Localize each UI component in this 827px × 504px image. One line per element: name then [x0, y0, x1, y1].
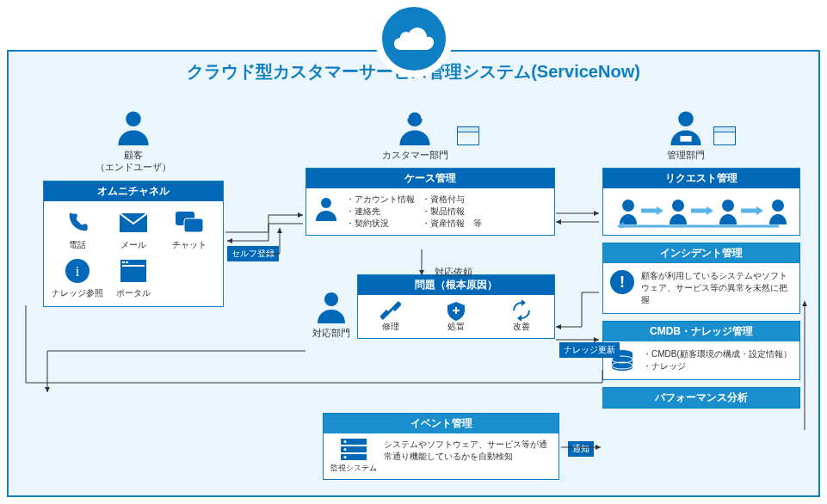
server-icon — [341, 439, 367, 461]
svg-point-0 — [126, 111, 141, 126]
svg-point-13 — [678, 111, 694, 126]
channel-mail: メール — [105, 210, 161, 251]
channel-phone: 電話 — [49, 210, 105, 251]
case-col1: ・アカウント情報・連絡先・契約状況 — [346, 194, 415, 230]
channel-label: ナレッジ参照 — [52, 287, 103, 299]
mail-icon — [118, 210, 149, 236]
alert-icon: ! — [610, 270, 634, 294]
incident-mgmt-box: インシデント管理 ! 顧客が利用しているシステムやソフトウェア、サービス等の異常… — [602, 243, 800, 314]
channel-knowledge: i ナレッジ参照 — [49, 258, 105, 299]
svg-rect-14 — [680, 136, 691, 142]
svg-point-15 — [622, 200, 634, 212]
notify-tag: 通知 — [568, 441, 594, 457]
plus-shield-icon — [446, 300, 466, 321]
customer-label: 顧客 （エンドユーザ） — [96, 149, 171, 174]
cust-dept-label: カスタマー部門 — [382, 149, 448, 161]
refresh-icon — [511, 300, 532, 321]
incident-header: インシデント管理 — [603, 243, 799, 263]
channel-chat: チャット — [162, 210, 218, 251]
svg-rect-8 — [122, 261, 125, 263]
admin-icon — [667, 108, 705, 145]
monitor-label: 監視システム — [330, 463, 377, 474]
person-small-icon — [313, 194, 339, 223]
cmdb-lines: ・CMDB(顧客環境の構成・設定情報）・ナレッジ — [643, 348, 792, 372]
cloud-icon — [375, 0, 453, 77]
svg-point-17 — [722, 200, 734, 212]
request-mgmt-box: リクエスト管理 — [602, 168, 800, 236]
problem-header: 問題（根本原因） — [358, 275, 554, 295]
channel-label: メール — [120, 239, 146, 251]
cmdb-box: CMDB・ナレッジ管理 ・CMDB(顧客環境の構成・設定情報）・ナレッジ — [602, 321, 800, 380]
svg-point-11 — [321, 198, 331, 208]
problem-repair: 修理 — [358, 300, 423, 333]
response-dept: 対応部門 — [305, 289, 357, 339]
customer-column: 顧客 （エンドユーザ） オムニチャネル 電話 メール チャット i ナレッジ参照 — [43, 108, 224, 307]
agent-icon — [396, 108, 434, 145]
admin-person: 管理部門 — [602, 108, 800, 161]
chat-icon — [174, 210, 205, 236]
request-flow — [603, 188, 799, 235]
svg-point-16 — [672, 200, 684, 212]
svg-point-28 — [344, 448, 347, 451]
agent-icon — [314, 289, 349, 323]
omnichannel-header: オムニチャネル — [44, 181, 223, 201]
svg-point-12 — [324, 292, 338, 306]
svg-rect-7 — [122, 265, 145, 267]
phone-icon — [62, 210, 93, 236]
admin-label: 管理部門 — [667, 149, 705, 161]
case-management-box: ケース管理 ・アカウント情報・連絡先・契約状況 ・資格付与・製品情報・資産情報 … — [305, 168, 555, 236]
customer-dept-person: カスタマー部門 — [305, 108, 555, 161]
svg-point-29 — [344, 456, 347, 458]
admin-column: 管理部門 リクエスト管理 インシデント管理 ! 顧客が利用しているシステムやソフ… — [602, 108, 800, 409]
event-header: イベント管理 — [324, 414, 559, 433]
window-icon — [457, 126, 479, 145]
person-icon — [114, 108, 152, 145]
knowledge-update-tag: ナレッジ更新 — [559, 342, 620, 358]
event-mgmt-box: イベント管理 監視システム システムやソフトウェア、サービス等が通常通り機能して… — [323, 413, 559, 480]
channel-label: 電話 — [69, 239, 86, 251]
problem-action: 処置 — [423, 300, 489, 333]
incident-desc: 顧客が利用しているシステムやソフトウェア、サービス等の異常を未然に把握 — [641, 270, 793, 306]
customer-person: 顧客 （エンドユーザ） — [43, 108, 224, 174]
svg-text:i: i — [75, 264, 79, 279]
omnichannel-box: オムニチャネル 電話 メール チャット i ナレッジ参照 ポータル — [43, 181, 224, 307]
event-desc: システムやソフトウェア、サービス等が通常通り機能しているかを自動検知 — [384, 439, 552, 474]
case-col2: ・資格付与・製品情報・資産情報 等 — [422, 194, 482, 230]
svg-point-27 — [344, 440, 347, 443]
performance-box: パフォーマンス分析 — [602, 387, 800, 409]
info-icon: i — [62, 258, 93, 284]
request-header: リクエスト管理 — [603, 169, 799, 188]
svg-point-18 — [772, 200, 784, 212]
customer-dept-column: カスタマー部門 ケース管理 ・アカウント情報・連絡先・契約状況 ・資格付与・製品… — [305, 108, 555, 339]
svg-rect-9 — [126, 261, 128, 263]
portal-icon — [118, 258, 149, 284]
wrench-icon — [380, 300, 401, 321]
self-register-tag: セルフ登録 — [227, 246, 279, 261]
problem-box: 問題（根本原因） 修理 処置 改善 — [357, 274, 555, 339]
problem-improve: 改善 — [489, 300, 554, 333]
perf-header: パフォーマンス分析 — [603, 388, 799, 408]
case-header: ケース管理 — [306, 169, 554, 188]
svg-rect-3 — [184, 218, 203, 232]
window-icon — [713, 126, 736, 145]
channel-label: ポータル — [116, 287, 151, 299]
channel-label: チャット — [172, 239, 207, 251]
cmdb-header: CMDB・ナレッジ管理 — [603, 322, 799, 341]
svg-text:!: ! — [620, 274, 625, 291]
response-dept-label: 対応部門 — [312, 327, 350, 339]
channel-portal: ポータル — [105, 258, 161, 299]
